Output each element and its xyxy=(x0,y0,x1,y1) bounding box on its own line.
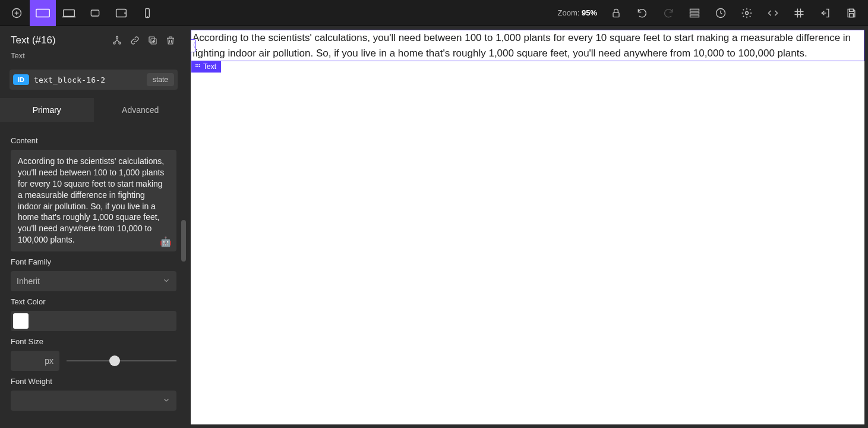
selected-element-outline: According to the scientists' calculation… xyxy=(191,30,864,61)
save-button[interactable] xyxy=(838,0,864,26)
svg-rect-22 xyxy=(850,9,854,11)
viewport-laptop-button[interactable] xyxy=(56,0,82,26)
history-button[interactable] xyxy=(708,0,734,26)
font-weight-label: Font Weight xyxy=(11,377,176,386)
viewport-desktop-button[interactable] xyxy=(30,0,56,26)
selection-title: Text (#16) xyxy=(11,34,111,46)
svg-point-33 xyxy=(195,64,197,65)
lock-button[interactable] xyxy=(603,0,629,26)
top-toolbar: Zoom: 95% xyxy=(0,0,868,26)
element-id-row[interactable]: ID text_block-16-2 state xyxy=(10,70,178,90)
svg-point-38 xyxy=(199,66,200,67)
tab-advanced[interactable]: Advanced xyxy=(94,98,188,122)
svg-point-37 xyxy=(197,66,198,67)
viewport-tablet-button[interactable] xyxy=(108,0,134,26)
font-size-input[interactable]: px xyxy=(11,351,59,371)
zoom-label: Zoom: xyxy=(558,8,580,17)
font-family-label: Font Family xyxy=(11,257,176,266)
delete-icon[interactable] xyxy=(165,34,176,46)
link-icon[interactable] xyxy=(129,34,141,46)
selection-type: Text xyxy=(0,51,187,66)
grid-button[interactable] xyxy=(786,0,812,26)
svg-rect-12 xyxy=(690,9,699,11)
svg-rect-3 xyxy=(36,9,49,17)
tab-primary[interactable]: Primary xyxy=(0,98,94,122)
duplicate-icon[interactable] xyxy=(147,34,159,46)
text-color-picker[interactable] xyxy=(11,311,176,331)
font-weight-select[interactable] xyxy=(11,391,176,411)
svg-rect-11 xyxy=(613,12,619,17)
scrollbar-thumb[interactable] xyxy=(181,220,186,262)
chevron-down-icon xyxy=(162,276,171,287)
selection-tag-label: Text xyxy=(203,62,216,71)
state-button[interactable]: state xyxy=(147,73,174,86)
font-family-select[interactable]: Inherit xyxy=(11,271,176,291)
zoom-value: 95% xyxy=(582,8,597,17)
viewport-tablet-landscape-button[interactable] xyxy=(82,0,108,26)
svg-rect-6 xyxy=(91,10,99,16)
font-size-unit: px xyxy=(45,356,53,366)
undo-button[interactable] xyxy=(629,0,655,26)
svg-rect-23 xyxy=(850,13,854,17)
sidebar-scrollbar[interactable] xyxy=(180,220,187,428)
svg-point-16 xyxy=(746,11,749,14)
properties-sidebar: Text (#16) Text ID text_block-16-2 state… xyxy=(0,26,187,428)
id-badge: ID xyxy=(13,74,29,85)
tree-icon[interactable] xyxy=(111,34,123,46)
code-button[interactable] xyxy=(760,0,786,26)
text-block[interactable]: According to the scientists' calculation… xyxy=(191,30,864,61)
slider-thumb[interactable] xyxy=(109,355,120,366)
structure-panel-button[interactable] xyxy=(681,0,708,26)
zoom-indicator: Zoom: 95% xyxy=(558,8,598,17)
selection-tag[interactable]: Text xyxy=(191,61,221,73)
add-element-button[interactable] xyxy=(4,0,30,26)
text-color-label: Text Color xyxy=(11,297,176,306)
font-family-value: Inherit xyxy=(17,276,40,286)
property-tabs: Primary Advanced xyxy=(0,98,187,122)
canvas[interactable]: According to the scientists' calculation… xyxy=(191,30,864,424)
redo-button[interactable] xyxy=(655,0,681,26)
content-label: Content xyxy=(11,136,176,145)
svg-rect-4 xyxy=(64,10,75,16)
svg-point-24 xyxy=(116,36,118,38)
drag-grip-icon xyxy=(195,64,201,70)
content-textarea[interactable]: According to the scientists' calculation… xyxy=(11,150,176,251)
viewport-mobile-button[interactable] xyxy=(134,0,160,26)
chevron-down-icon xyxy=(162,396,171,406)
element-id-value: text_block-16-2 xyxy=(34,75,142,84)
svg-rect-13 xyxy=(690,12,699,14)
content-text: According to the scientists' calculation… xyxy=(18,156,164,244)
svg-point-34 xyxy=(197,64,198,65)
color-swatch xyxy=(13,313,29,329)
font-size-label: Font Size xyxy=(11,337,176,346)
svg-rect-14 xyxy=(690,15,699,17)
svg-point-35 xyxy=(199,64,200,65)
resize-handle-left[interactable]: 〈 xyxy=(191,39,196,52)
dynamic-data-icon[interactable]: 🤖 xyxy=(160,235,172,248)
svg-point-36 xyxy=(195,66,197,67)
settings-button[interactable] xyxy=(734,0,760,26)
svg-point-8 xyxy=(125,12,125,13)
font-size-slider[interactable] xyxy=(67,355,176,367)
canvas-area: According to the scientists' calculation… xyxy=(187,26,868,428)
exit-button[interactable] xyxy=(812,0,838,26)
